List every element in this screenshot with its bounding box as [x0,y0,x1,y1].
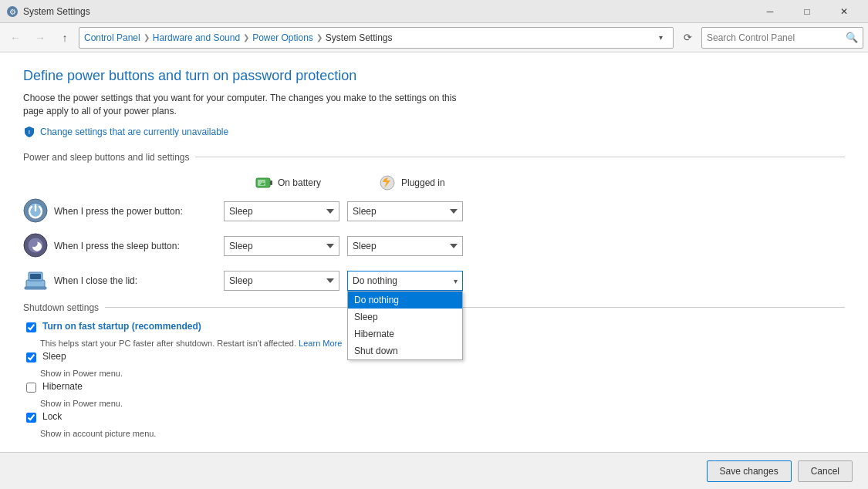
plugin-icon [378,174,397,192]
breadcrumb-hardware-sound[interactable]: Hardware and Sound [153,32,240,43]
app-icon: ⚙ [6,5,19,18]
sleep-sub: Show in Power menu. [40,369,845,378]
svg-text:!: ! [29,130,30,135]
breadcrumb-sep-2: ❯ [243,33,249,42]
power-table-header: On battery Plugged in [54,174,845,192]
lid-battery-dropdown[interactable]: Sleep Do nothing Hibernate Shut down [224,271,339,291]
svg-rect-13 [30,274,41,279]
svg-rect-4 [270,180,272,185]
lid-battery-dropdown-wrapper: Sleep Do nothing Hibernate Shut down [224,271,347,291]
lid-icon [23,268,54,295]
fast-startup-label[interactable]: Turn on fast startup (recommended) [42,321,201,332]
sleep-button-label: When I press the sleep button: [54,241,224,251]
sleep-checkbox-label[interactable]: Sleep [42,351,66,362]
hibernate-checkbox-item: Hibernate [26,381,845,393]
lid-pluggedin-dropdown-list: Do nothing Sleep Hibernate Shut down [347,291,463,360]
breadcrumb-bar: Control Panel ❯ Hardware and Sound ❯ Pow… [79,27,674,49]
dropdown-option-hibernate[interactable]: Hibernate [348,325,462,342]
dropdown-option-do-nothing[interactable]: Do nothing [348,292,462,309]
power-sleep-section-title: Power and sleep buttons and lid settings [23,152,189,163]
sleep-button-icon [23,233,54,260]
learn-more-link[interactable]: Learn More [299,339,342,348]
sleep-checkbox[interactable] [26,352,36,363]
save-changes-button[interactable]: Save changes [707,460,792,482]
shield-icon: ! [23,126,35,138]
power-button-pluggedin-dropdown[interactable]: Sleep Do nothing Hibernate Shut down [347,201,463,221]
sleep-button-pluggedin-dropdown-wrapper: Sleep Do nothing Hibernate Shut down [347,236,471,256]
power-button-label: When I press the power button: [54,206,224,217]
change-settings-link[interactable]: ! Change settings that are currently una… [23,126,845,138]
power-sleep-section-header: Power and sleep buttons and lid settings [23,152,845,163]
lock-sub: Show in account picture menu. [40,429,845,438]
refresh-button[interactable]: ⟳ [677,27,698,49]
hibernate-sub: Show in Power menu. [40,399,845,408]
lid-pluggedin-selected-value: Do nothing [353,275,397,286]
breadcrumb-sep-1: ❯ [144,33,150,42]
lid-pluggedin-dropdown-button[interactable]: Do nothing ▾ [347,271,463,291]
navigation-bar: ← → ↑ Control Panel ❯ Hardware and Sound… [0,23,868,52]
sleep-button-battery-dropdown[interactable]: Sleep Do nothing Hibernate Shut down [224,236,339,256]
search-input[interactable] [707,32,846,43]
breadcrumb-dropdown-button[interactable]: ▾ [653,28,668,48]
plugged-in-header: Plugged in [378,174,502,192]
on-battery-label: On battery [278,177,321,188]
lock-checkbox[interactable] [26,413,36,423]
sleep-button-pluggedin-dropdown[interactable]: Sleep Do nothing Hibernate Shut down [347,236,463,256]
power-button-battery-dropdown[interactable]: Sleep Do nothing Hibernate Shut down [224,201,339,221]
minimize-button[interactable]: ─ [752,0,788,23]
search-icon: 🔍 [846,32,858,43]
shutdown-section-label: Shutdown settings [23,302,99,313]
breadcrumb-power-options[interactable]: Power Options [252,32,313,43]
dropdown-option-shut-down[interactable]: Shut down [348,342,462,359]
fast-startup-checkbox[interactable] [26,322,36,332]
forward-button[interactable]: → [29,27,51,49]
title-bar: ⚙ System Settings ─ □ ✕ [0,0,868,23]
lid-row: When I close the lid: Sleep Do nothing H… [23,268,845,295]
breadcrumb-sep-3: ❯ [316,33,323,42]
lid-pluggedin-dropdown-container: Do nothing ▾ Do nothing Sleep Hibernate … [347,271,471,291]
svg-text:⚙: ⚙ [9,8,16,16]
search-box: 🔍 [701,27,863,49]
lock-checkbox-label[interactable]: Lock [42,411,62,422]
main-content: Define power buttons and turn on passwor… [0,52,868,489]
battery-icon [255,174,273,192]
breadcrumb-control-panel[interactable]: Control Panel [84,32,140,43]
hibernate-checkbox-label[interactable]: Hibernate [42,381,83,392]
power-button-battery-dropdown-wrapper: Sleep Do nothing Hibernate Shut down [224,201,347,221]
window-title: System Settings [23,6,752,17]
maximize-button[interactable]: □ [789,0,825,23]
window-controls: ─ □ ✕ [752,0,862,23]
dropdown-option-sleep[interactable]: Sleep [348,309,462,325]
sleep-button-battery-dropdown-wrapper: Sleep Do nothing Hibernate Shut down [224,236,347,256]
change-settings-text[interactable]: Change settings that are currently unava… [40,126,228,137]
footer-bar: Save changes Cancel [0,452,868,489]
sleep-button-row: When I press the sleep button: Sleep Do … [23,233,845,260]
chevron-down-icon: ▾ [454,277,458,285]
page-title: Define power buttons and turn on passwor… [23,68,845,84]
power-button-pluggedin-dropdown-wrapper: Sleep Do nothing Hibernate Shut down [347,201,471,221]
lock-checkbox-item: Lock [26,411,845,423]
power-button-row: When I press the power button: Sleep Do … [23,198,845,225]
breadcrumb-current: System Settings [326,32,393,43]
back-button[interactable]: ← [5,27,26,49]
content-area: Define power buttons and turn on passwor… [0,52,868,489]
svg-rect-14 [25,287,46,289]
cancel-button[interactable]: Cancel [798,460,853,482]
lid-label: When I close the lid: [54,275,224,286]
up-button[interactable]: ↑ [54,27,76,49]
plugged-in-label: Plugged in [401,177,445,188]
close-button[interactable]: ✕ [826,0,862,23]
on-battery-header: On battery [255,174,378,192]
hibernate-checkbox[interactable] [26,383,36,393]
power-button-icon [23,198,54,225]
page-description: Choose the power settings that you want … [23,92,471,118]
